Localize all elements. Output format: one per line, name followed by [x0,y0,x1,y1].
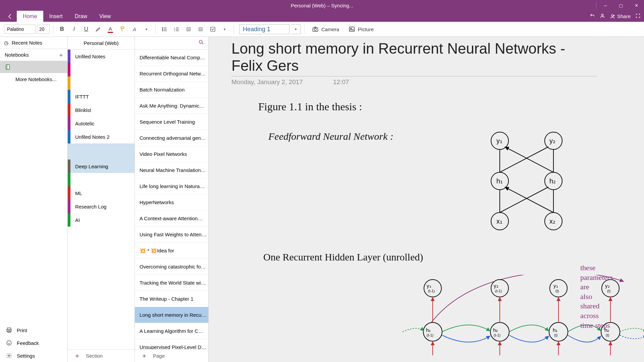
more-para-dropdown[interactable]: ▾ [219,24,230,35]
section-item[interactable] [68,76,135,90]
tab-home[interactable]: Home [17,11,43,22]
page-item[interactable]: HyperNetworks [135,194,208,210]
page-item[interactable]: Using Fast Weights to Atten… [135,227,208,243]
svg-text:(t-1): (t-1) [427,333,433,337]
style-select[interactable]: Heading 1 [239,24,289,34]
number-list-button[interactable]: 123 [171,24,182,35]
svg-text:y₁: y₁ [427,283,431,289]
font-size-select[interactable]: 20 [37,24,50,34]
svg-text:(t-1): (t-1) [494,333,500,337]
section-item[interactable]: Unfiled Notes [68,50,135,63]
page-item[interactable]: Overcoming catastrophic fo… [135,259,208,275]
search-icon[interactable] [198,39,204,47]
page-item[interactable]: Connecting adversarial gen… [135,130,208,146]
page-item[interactable]: Batch Normalization [135,82,208,98]
window-titlebar: Personal (Web) – Syncing... ─ ▢ ✕ [0,0,644,11]
notebook-icon [5,64,11,70]
maximize-button[interactable]: ▢ [613,0,629,11]
font-color-button[interactable]: A [105,24,116,35]
notebooks-header[interactable]: Notebooks ＋ [0,49,67,61]
page-item[interactable]: Differentiable Neural Comp… [135,50,208,66]
italic-button[interactable]: I [69,24,79,35]
font-name-select[interactable]: Palatino [5,24,36,34]
page-item[interactable]: Ask Me Anything: Dynamic… [135,98,208,114]
more-format-dropdown[interactable]: ▾ [141,24,152,35]
add-section-button[interactable]: ＋ Section [68,349,135,362]
section-color-bar [68,76,70,90]
svg-rect-11 [350,27,355,31]
outdent-button[interactable] [183,24,194,35]
page-item[interactable]: 💥 * 💥Idea for [135,243,208,259]
section-item[interactable]: AI [68,213,135,227]
section-label: IFTTT [75,94,89,100]
format-painter-button[interactable] [117,24,128,35]
svg-point-0 [601,14,603,15]
highlight-button[interactable] [93,24,104,35]
tab-draw[interactable]: Draw [69,11,93,22]
section-item[interactable]: ML [68,186,135,200]
print-button[interactable]: Print [0,324,67,337]
tab-view[interactable]: View [93,11,117,22]
recent-notes-button[interactable]: ◷ Recent Notes [0,37,67,49]
section-item[interactable]: Autotelic [68,117,135,130]
svg-text:h₁: h₁ [426,327,431,333]
camera-button[interactable]: Camera [308,26,343,33]
svg-text:y₁: y₁ [496,137,502,144]
more-notebooks-link[interactable]: More Notebooks... [0,73,67,85]
pages-header [135,37,208,50]
svg-text:(t-1): (t-1) [495,289,502,293]
section-label: Unfiled Notes [75,54,105,59]
section-color-bar [68,90,70,103]
section-item[interactable] [68,63,135,76]
bold-button[interactable]: B [57,24,67,35]
add-notebook-icon[interactable]: ＋ [58,51,64,59]
note-title[interactable]: Long short memory in Recurrent Neural Ne… [231,40,597,76]
section-color-bar [68,186,70,200]
page-item[interactable]: Video Pixel Networks [135,146,208,162]
indent-button[interactable] [195,24,206,35]
section-item[interactable]: Research Log [68,200,135,213]
sections-pane: Personal (Web) Unfiled NotesIFTTTBlinkis… [68,37,135,362]
page-item[interactable]: Tracking the World State wi… [135,275,208,291]
undo-button[interactable] [590,13,595,20]
minimize-button[interactable]: ─ [598,0,613,11]
settings-button[interactable]: Settings [0,349,67,362]
page-item[interactable]: The Writeup - Chapter 1 [135,291,208,307]
back-button[interactable] [3,11,17,22]
section-color-bar [68,200,70,213]
section-item[interactable]: Unfiled Notes 2 [68,130,135,143]
print-icon [6,327,12,333]
svg-point-1 [611,14,613,16]
svg-rect-13 [6,65,10,69]
section-label: Deep Learning [75,164,108,169]
page-item[interactable]: Recurrent Orthogonal Netw… [135,66,208,82]
clear-format-button[interactable]: A [129,24,140,35]
page-item[interactable]: A Learning Algorithm for C… [135,323,208,339]
page-item[interactable]: A Context-aware Attention… [135,210,208,227]
section-item[interactable]: IFTTT [68,90,135,103]
note-canvas[interactable]: Long short memory in Recurrent Neural Ne… [209,37,644,362]
current-notebook[interactable] [0,61,67,73]
picture-button[interactable]: Picture [344,26,378,33]
page-item[interactable]: Unsupervised Pixel-Level D… [135,339,208,349]
page-item[interactable]: Life long learning in Natura… [135,178,208,194]
account-icon[interactable] [600,13,605,20]
todo-button[interactable] [207,24,218,35]
section-item[interactable]: Deep Learning [68,160,135,173]
underline-button[interactable]: U [81,24,92,35]
add-page-button[interactable]: ＋ Page [135,349,208,362]
svg-text:h₂: h₂ [549,177,556,185]
page-item[interactable]: Sequence Level Training [135,114,208,130]
close-button[interactable]: ✕ [629,0,644,11]
fullscreen-button[interactable] [635,13,641,20]
section-item[interactable] [68,173,135,186]
page-item[interactable]: Long short memory in Recu… [135,307,208,323]
tab-insert[interactable]: Insert [43,11,69,22]
share-button[interactable]: Share [610,13,631,19]
bullet-list-button[interactable] [159,24,170,35]
style-select-dropdown[interactable]: ▾ [291,24,301,34]
feedback-button[interactable]: Feedback [0,337,67,349]
section-item[interactable]: Blinkist [68,103,135,117]
svg-point-34 [550,280,567,297]
page-item[interactable]: Neural Machine Translation… [135,162,208,178]
